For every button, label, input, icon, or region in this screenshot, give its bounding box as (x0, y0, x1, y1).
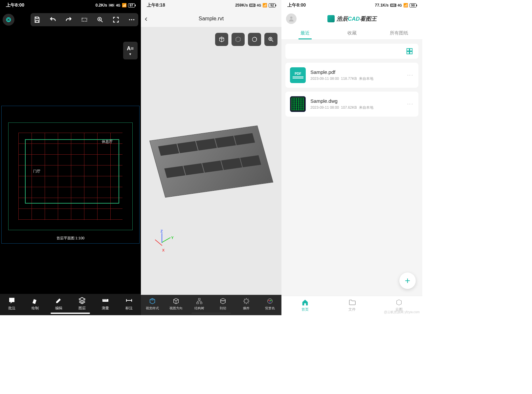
redo-button[interactable] (64, 15, 73, 24)
cube-icon (218, 36, 225, 43)
file-title: Sample.rvt (199, 16, 224, 22)
add-fab-button[interactable]: + (399, 273, 416, 289)
tab-all-drawings[interactable]: 所有图纸 (375, 27, 422, 39)
signal-icon: 📶 (122, 3, 127, 8)
tab-visual-style[interactable]: 视觉样式 (141, 297, 164, 311)
home-indicator[interactable] (191, 313, 231, 314)
svg-point-14 (268, 300, 270, 301)
avatar-button[interactable] (286, 13, 297, 24)
tab-recent[interactable]: 最近 (281, 27, 328, 39)
net-speed: 0.2K/s (96, 3, 107, 8)
text-tool-button[interactable]: A≡ (123, 42, 138, 59)
search-bar[interactable] (285, 44, 418, 59)
axis-z-label: Z (161, 229, 163, 233)
more-button[interactable] (127, 15, 136, 24)
3d-viewport[interactable]: Z Y X (141, 27, 282, 295)
more-icon (128, 16, 135, 23)
tab-structure-tree[interactable]: 结构树 (188, 297, 211, 311)
zoom-3d-button[interactable] (264, 33, 277, 46)
svg-rect-10 (199, 298, 201, 300)
net-speed: 259K/s (235, 3, 248, 8)
file-name: Sample.dwg (310, 98, 402, 104)
undo-button[interactable] (48, 15, 57, 24)
brand-text: 浩辰CAD看图王 (337, 15, 377, 23)
edit-icon (55, 296, 63, 304)
file-more-button[interactable]: ⋮ (407, 101, 414, 107)
cad-drawing-viewport[interactable]: 休息厅 门厅 首层平面图 1:100 (1, 106, 140, 244)
orbit-button[interactable] (248, 33, 261, 46)
save-button[interactable] (33, 15, 42, 24)
tab-annotate[interactable]: 批注 (0, 296, 23, 311)
screen-file-browser: 上午8:00 77.1K/s HD 4G 📶 98 浩辰CAD看图王 最近 收藏… (281, 0, 422, 315)
grid-view-icon[interactable] (406, 48, 413, 55)
tab-explode[interactable]: 爆炸 (234, 297, 258, 311)
section-icon (219, 297, 227, 305)
file-info: Sample.dwg 2023-09-11 08:00 107.62KB 来自本… (310, 98, 402, 110)
explode-icon (243, 297, 250, 305)
pdf-file-icon: PDF (290, 67, 306, 83)
svg-rect-18 (407, 49, 409, 51)
dwg-file-icon (290, 96, 306, 112)
svg-rect-21 (410, 52, 412, 54)
cad-drawing-title: 首层平面图 1:100 (56, 236, 85, 241)
home-icon (301, 299, 309, 306)
tab-layers[interactable]: 图层 (70, 296, 94, 311)
signal-4g: 4G (116, 4, 120, 7)
file-name: Sample.pdf (310, 69, 402, 75)
model-rooms (158, 133, 264, 190)
svg-point-16 (269, 301, 271, 303)
axis-gizmo[interactable]: Z Y X (151, 229, 174, 252)
file-more-button[interactable]: ⋮ (407, 72, 414, 78)
battery-icon: 98 (410, 3, 416, 8)
category-tabs: 最近 收藏 所有图纸 (281, 27, 422, 40)
bottom-toolbar: 视觉样式 视图方向 结构树 剖切 爆炸 背景色 (141, 295, 282, 315)
tab-background[interactable]: 背景色 (258, 297, 281, 311)
status-right: 0.2K/s HD 4G 📶 97 (96, 3, 135, 8)
tab-draw[interactable]: 绘制 (23, 296, 47, 311)
status-bar: 上午8:18 259K/s HD 4G 📶 92 (141, 0, 282, 11)
bottom-toolbar: 批注 绘制 编辑 图层 测量 标注 (0, 294, 141, 315)
nav-files[interactable]: 文件 (328, 299, 375, 312)
tab-view-direction[interactable]: 视图方向 (164, 297, 188, 311)
view-cube-1[interactable] (215, 33, 228, 46)
fit-button[interactable] (80, 15, 89, 24)
axis-x-label: X (162, 248, 165, 252)
fullscreen-button[interactable] (111, 15, 121, 24)
tab-section[interactable]: 剖切 (211, 297, 234, 311)
file-item-dwg[interactable]: Sample.dwg 2023-09-11 08:00 107.62KB 来自本… (285, 92, 418, 117)
view-cube-2[interactable] (232, 33, 245, 46)
screen-3d-viewer: 上午8:18 259K/s HD 4G 📶 92 ‹ Sample.rvt Z … (141, 0, 282, 315)
home-indicator[interactable] (51, 313, 90, 314)
model-floor (149, 125, 273, 197)
close-button[interactable] (3, 14, 14, 26)
hd-badge: HD (249, 4, 255, 7)
layers-icon (78, 296, 86, 304)
axis-y-label: Y (171, 236, 173, 240)
signal-icon: 📶 (262, 3, 267, 8)
editor-canvas-area: A≡ 休息厅 门厅 首层平面图 1:100 (0, 11, 141, 294)
tree-icon (196, 297, 203, 305)
toolbar-group (31, 13, 138, 26)
building-model (151, 119, 272, 198)
svg-point-4 (131, 19, 132, 20)
nav-home[interactable]: 首页 (281, 299, 328, 312)
orbit-icon (251, 36, 258, 43)
file-item-pdf[interactable]: PDF Sample.pdf 2023-09-11 08:00 118.77KB… (285, 63, 418, 88)
tab-measure[interactable]: 测量 (94, 296, 117, 311)
zoom-icon (97, 16, 104, 23)
annotate-icon (8, 296, 16, 304)
tab-favorites[interactable]: 收藏 (328, 27, 375, 39)
cube-wireframe-icon (235, 36, 241, 43)
fullscreen-icon (112, 16, 120, 23)
battery-icon: 92 (269, 3, 276, 8)
svg-rect-6 (9, 298, 14, 302)
tab-edit[interactable]: 编辑 (47, 296, 70, 311)
dimension-icon (125, 296, 133, 304)
back-button[interactable]: ‹ (145, 14, 147, 23)
fit-icon (81, 16, 88, 23)
tab-dimension[interactable]: 标注 (117, 296, 141, 311)
close-icon (6, 17, 11, 23)
zoom-button[interactable] (96, 15, 105, 24)
file-meta: 2023-09-11 08:00 118.77KB 来自本地 (310, 76, 402, 81)
cad-room-label-2: 门厅 (33, 169, 40, 174)
